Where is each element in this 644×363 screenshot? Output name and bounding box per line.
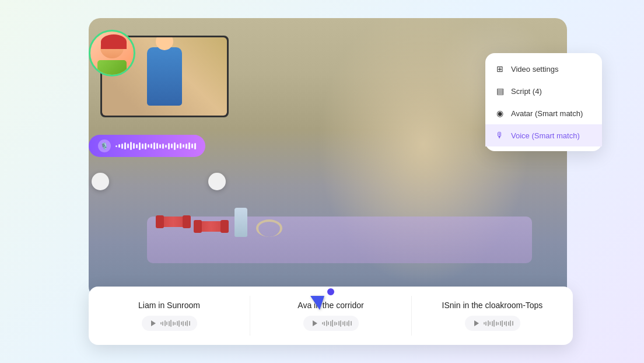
avatar-icon: ◉ <box>495 108 505 118</box>
wave-bar <box>148 144 149 148</box>
mini-wave-bar <box>164 320 166 326</box>
video-settings-icon: ⊞ <box>495 64 505 74</box>
wave-bar <box>153 142 155 149</box>
avatar-bubble <box>89 30 135 76</box>
mini-wave-bar <box>498 322 499 325</box>
wave-bar <box>177 144 178 148</box>
mini-wave-bar <box>162 322 163 326</box>
wave-bar <box>118 144 120 148</box>
card-title-liam-sunroom: Liam in Sunroom <box>138 301 200 310</box>
wave-bar <box>165 145 167 148</box>
mini-wave-bar <box>344 321 345 326</box>
mini-wave-bar <box>177 321 178 326</box>
mini-wave-bar <box>484 322 485 324</box>
mini-wave-bar <box>170 320 172 327</box>
waveform <box>116 142 196 150</box>
card-liam-sunroom[interactable]: Liam in Sunroom <box>89 296 250 336</box>
wave-bar <box>150 144 152 148</box>
cursor-arrow <box>310 296 324 310</box>
mini-player-ava-corridor[interactable] <box>303 316 359 331</box>
mini-wave-bar <box>342 322 344 325</box>
audio-pill: 🎙️ <box>89 135 205 157</box>
settings-item-script[interactable]: ▤ Script (4) <box>485 80 602 102</box>
audio-icon: 🎙️ <box>98 139 111 152</box>
mini-wave-bar <box>510 320 511 326</box>
cursor <box>310 296 324 310</box>
mini-wave-bar <box>326 320 327 326</box>
mini-wave-bar <box>502 320 503 327</box>
settings-item-label-voice: Voice (Smart match) <box>511 131 580 140</box>
tv-figure <box>147 47 182 106</box>
mini-wave-bar <box>346 322 348 326</box>
nav-arrow-left[interactable] <box>92 173 109 190</box>
wave-bar <box>186 144 187 149</box>
wave-bar <box>130 142 132 150</box>
dumbbell-2 <box>197 221 226 232</box>
settings-item-voice[interactable]: 🎙 Voice (Smart match) <box>485 124 602 146</box>
mini-wave-bar <box>512 321 513 326</box>
mini-waveform <box>160 320 190 327</box>
play-triangle <box>151 320 156 326</box>
wave-bar <box>127 144 129 148</box>
mini-wave-bar <box>485 322 487 326</box>
mini-wave-bar <box>166 322 167 325</box>
play-button-liam-sunroom[interactable] <box>149 319 158 328</box>
wave-bar <box>188 142 190 149</box>
mini-wave-bar <box>181 322 182 325</box>
settings-item-label-avatar: Avatar (Smart match) <box>511 109 583 118</box>
nav-arrow-right[interactable] <box>208 173 226 190</box>
card-isnin-cloakroom[interactable]: ISnin in the cloakroom-Tops <box>411 296 573 336</box>
play-button-isnin-cloakroom[interactable] <box>472 319 481 328</box>
mini-wave-bar <box>336 322 337 325</box>
mini-wave-bar <box>187 320 188 326</box>
card-title-isnin-cloakroom: ISnin in the cloakroom-Tops <box>442 301 543 310</box>
mini-wave-bar <box>160 322 162 324</box>
mini-wave-bar <box>506 321 507 326</box>
mini-wave-bar <box>489 322 491 325</box>
cards-panel: Liam in Sunroom Ava in the corridor ISni… <box>89 287 573 345</box>
mini-wave-bar <box>173 322 174 326</box>
wave-bar <box>156 143 158 149</box>
water-bottle <box>235 208 247 237</box>
avatar-body <box>97 60 127 75</box>
mini-wave-bar <box>185 322 186 326</box>
headphones <box>256 219 282 237</box>
mini-wave-bar <box>494 320 495 327</box>
floor-items <box>159 217 282 246</box>
settings-item-avatar[interactable]: ◉ Avatar (Smart match) <box>485 102 602 124</box>
mini-wave-bar <box>183 321 184 326</box>
wave-bar <box>116 145 117 147</box>
mini-wave-bar <box>178 320 180 327</box>
main-container: 🎙️ ⊞ Video settings ▤ Script (4) ◉ Avata… <box>42 18 602 345</box>
mini-wave-bar <box>169 321 170 326</box>
mini-wave-bar <box>340 320 341 327</box>
settings-item-video-settings[interactable]: ⊞ Video settings <box>485 58 602 80</box>
card-ava-corridor[interactable]: Ava in the corridor <box>250 296 411 336</box>
wave-bar <box>168 143 170 149</box>
mini-wave-bar <box>328 322 329 325</box>
mini-player-isnin-cloakroom[interactable] <box>465 316 520 331</box>
wave-bar <box>139 142 141 150</box>
mini-wave-bar <box>500 321 501 326</box>
play-button-ava-corridor[interactable] <box>310 319 320 328</box>
wave-bar <box>145 143 146 149</box>
wave-bar <box>159 144 161 148</box>
play-triangle <box>313 320 317 326</box>
wave-bar <box>136 144 138 148</box>
mini-wave-bar <box>508 322 509 326</box>
mini-wave-bar <box>504 322 505 325</box>
wave-bar <box>174 142 176 150</box>
card-title-ava-corridor: Ava in the corridor <box>298 301 363 310</box>
mini-wave-bar <box>330 321 331 326</box>
mini-wave-bar <box>351 321 352 326</box>
dumbbell-1 <box>159 217 188 227</box>
mini-waveform <box>322 320 352 327</box>
mini-wave-bar <box>492 321 493 326</box>
avatar-hair <box>101 34 127 49</box>
mini-player-liam-sunroom[interactable] <box>142 316 197 331</box>
mini-wave-bar <box>332 320 333 327</box>
play-triangle <box>474 320 479 326</box>
wave-bar <box>171 144 173 148</box>
wave-bar <box>142 144 144 149</box>
wave-bar <box>194 143 196 149</box>
